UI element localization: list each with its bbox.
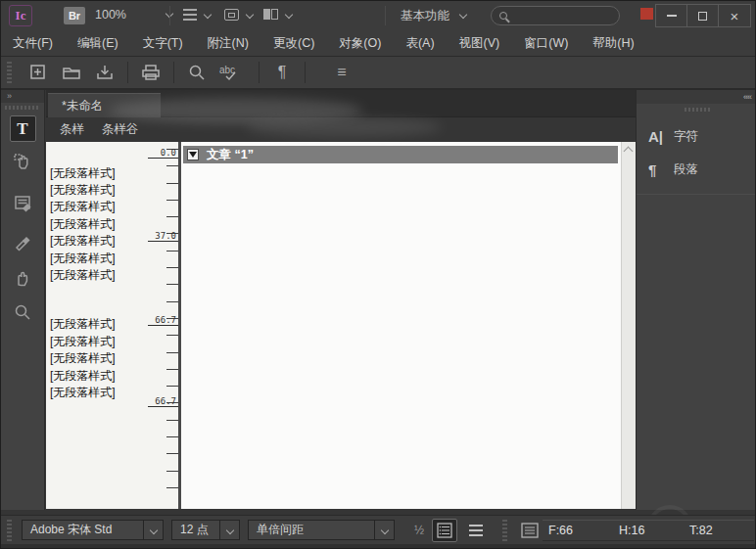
view-options-icon bbox=[183, 9, 197, 21]
stat-field-f: F:66 bbox=[543, 520, 613, 541]
font-family-dropdown[interactable]: Adobe 宋体 Std bbox=[22, 520, 164, 540]
font-size-dropdown[interactable]: 12 点 bbox=[171, 520, 240, 540]
separator bbox=[305, 62, 306, 83]
titlebar: Ic Br 100% 基本功能 bbox=[1, 1, 756, 30]
zoom-level-dropdown[interactable]: 100% bbox=[95, 8, 172, 22]
dropdown-button[interactable] bbox=[219, 521, 239, 539]
search-button[interactable] bbox=[180, 60, 213, 85]
style-row[interactable]: [无段落样式] bbox=[50, 216, 116, 233]
dropdown-button[interactable] bbox=[143, 521, 163, 539]
menu-edit[interactable]: 编辑(E) bbox=[77, 35, 118, 52]
spell-check-button[interactable]: abc bbox=[213, 60, 253, 85]
font-size-value: 12 点 bbox=[172, 522, 219, 538]
search-box[interactable] bbox=[491, 6, 620, 25]
style-row[interactable]: [无段落样式] bbox=[50, 233, 116, 250]
ruler-major-tick: 66.7 bbox=[148, 406, 178, 407]
spell-check-icon: abc bbox=[218, 63, 248, 82]
save-button[interactable] bbox=[88, 60, 121, 85]
new-document-button[interactable] bbox=[22, 60, 55, 85]
tools-panel-grip[interactable] bbox=[5, 106, 40, 110]
story-header[interactable]: 文章 “1” bbox=[183, 146, 618, 163]
list-icon bbox=[437, 523, 452, 538]
separator bbox=[259, 62, 260, 83]
dock-grip[interactable] bbox=[685, 108, 710, 112]
tools-panel-expand[interactable]: » bbox=[1, 90, 44, 103]
view-options-dropdown[interactable] bbox=[183, 9, 211, 21]
menu-table[interactable]: 表(A) bbox=[405, 35, 434, 52]
vertical-scrollbar[interactable] bbox=[621, 142, 636, 509]
line-spacing-button[interactable]: ½ bbox=[406, 519, 432, 542]
style-row[interactable]: [无段落样式] bbox=[50, 316, 116, 333]
story-title: 文章 “1” bbox=[207, 147, 254, 163]
document-tab-title: *未命名 bbox=[62, 98, 103, 114]
type-tool-button[interactable]: T bbox=[10, 115, 36, 142]
tab-galley[interactable]: 条样 bbox=[60, 121, 84, 138]
menu-object[interactable]: 对象(O) bbox=[339, 35, 381, 52]
scroll-up-icon[interactable] bbox=[624, 147, 634, 157]
panel-item-paragraph[interactable]: ¶ 段落 bbox=[637, 153, 756, 186]
statusbar-grip[interactable] bbox=[502, 520, 507, 541]
menu-view[interactable]: 视图(V) bbox=[459, 35, 500, 52]
window-controls: × bbox=[655, 4, 751, 27]
maximize-button[interactable] bbox=[687, 5, 719, 26]
style-row[interactable]: [无段落样式] bbox=[50, 165, 116, 182]
note-tool-button[interactable] bbox=[10, 190, 36, 216]
bridge-button[interactable]: Br bbox=[64, 7, 85, 24]
menu-notes[interactable]: 附注(N) bbox=[208, 35, 249, 52]
statusbar-grip[interactable] bbox=[7, 520, 12, 541]
style-row[interactable]: [无段落样式] bbox=[50, 334, 116, 350]
collapse-story-button[interactable] bbox=[187, 149, 199, 160]
menubar: 文件(F) 编辑(E) 文字(T) 附注(N) 更改(C) 对象(O) 表(A)… bbox=[1, 30, 756, 57]
menu-changes[interactable]: 更改(C) bbox=[273, 35, 314, 52]
workspace-name: 基本功能 bbox=[401, 9, 449, 23]
hand-tool-button[interactable] bbox=[10, 264, 36, 291]
style-row[interactable]: [无段落样式] bbox=[50, 368, 116, 385]
eyedropper-tool-button[interactable] bbox=[10, 228, 36, 254]
leading-dropdown[interactable]: 单倍间距 bbox=[248, 520, 395, 540]
style-row[interactable]: [无段落样式] bbox=[50, 385, 116, 401]
panel-item-character[interactable]: A| 字符 bbox=[637, 119, 756, 153]
galley-info-button[interactable] bbox=[432, 519, 457, 542]
stat-h-value: H:16 bbox=[619, 524, 644, 537]
zoom-tool-button[interactable] bbox=[10, 298, 36, 325]
incopy-logo-icon: Ic bbox=[16, 8, 26, 23]
search-input[interactable] bbox=[513, 10, 611, 22]
toolbar-grip[interactable] bbox=[7, 62, 12, 83]
hamburger-menu-icon: ≡ bbox=[337, 64, 346, 81]
collapse-dock-button[interactable]: «« bbox=[743, 92, 751, 102]
minimize-icon bbox=[667, 15, 677, 17]
arrange-documents-dropdown[interactable] bbox=[263, 9, 292, 20]
close-button[interactable]: × bbox=[719, 5, 750, 26]
show-hidden-characters-button[interactable]: ¶ bbox=[265, 60, 299, 85]
statusbar-menu-button[interactable] bbox=[463, 519, 489, 542]
menu-window[interactable]: 窗口(W) bbox=[524, 35, 568, 52]
tab-galley-2[interactable]: 条样谷 bbox=[102, 121, 139, 138]
style-row[interactable]: [无段落样式] bbox=[50, 182, 116, 199]
toolbar-menu-button[interactable]: ≡ bbox=[325, 60, 358, 85]
menu-file[interactable]: 文件(F) bbox=[13, 35, 53, 52]
style-row[interactable]: [无段落样式] bbox=[50, 199, 116, 215]
double-chevron-right-icon: » bbox=[7, 91, 12, 101]
story-area[interactable]: 文章 “1” bbox=[181, 142, 621, 509]
style-row[interactable]: [无段落样式] bbox=[50, 350, 116, 367]
minimize-button[interactable] bbox=[656, 5, 687, 26]
red-indicator bbox=[640, 8, 653, 20]
copyfit-info-button[interactable] bbox=[517, 519, 543, 542]
type-tool-icon: T bbox=[17, 119, 27, 139]
screen-mode-dropdown[interactable] bbox=[224, 9, 253, 21]
chevron-down-icon bbox=[204, 11, 212, 19]
font-family-value: Adobe 宋体 Std bbox=[23, 522, 143, 538]
dropdown-button[interactable] bbox=[374, 521, 394, 539]
style-row[interactable]: [无段落样式] bbox=[50, 251, 116, 267]
menu-help[interactable]: 帮助(H) bbox=[592, 35, 634, 52]
open-button[interactable] bbox=[55, 60, 88, 85]
menu-type[interactable]: 文字(T) bbox=[143, 35, 183, 52]
hamburger-menu-icon bbox=[469, 529, 483, 531]
workspace-switcher[interactable]: 基本功能 bbox=[401, 8, 466, 24]
chevron-down-icon bbox=[225, 526, 233, 533]
style-row[interactable]: [无段落样式] bbox=[50, 267, 116, 284]
print-button[interactable] bbox=[134, 60, 167, 85]
chevron-down-icon bbox=[285, 10, 293, 18]
search-icon bbox=[499, 12, 507, 20]
position-tool-button[interactable] bbox=[10, 148, 36, 174]
